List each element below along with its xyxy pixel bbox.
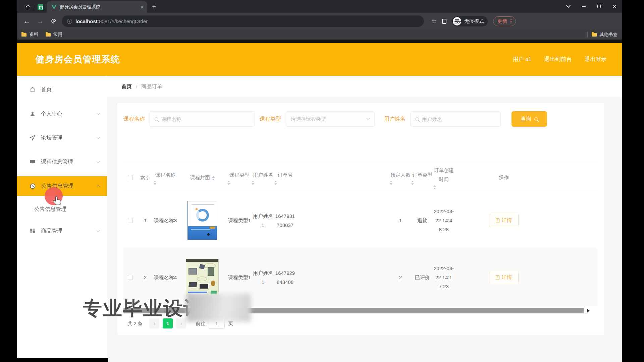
letterbox-bar <box>16 358 108 362</box>
cell-order-no: 1647931708037 <box>274 212 296 230</box>
query-button[interactable]: 查询 <box>512 111 547 127</box>
folder-icon <box>592 33 597 37</box>
course-type-select[interactable]: 请选择课程类型 <box>286 111 375 127</box>
breadcrumb-home[interactable]: 首页 <box>121 83 132 90</box>
user-name-input[interactable] <box>422 116 496 122</box>
browser-menu-icon[interactable] <box>511 19 512 23</box>
sort-icon[interactable] <box>227 181 252 185</box>
chevron-up-icon <box>96 185 100 188</box>
back-button[interactable]: ← <box>21 17 32 25</box>
incognito-label: 无痕模式 <box>464 18 484 24</box>
sort-icon[interactable] <box>274 181 296 185</box>
filter-bar: 课程名称 课程类型 请选择课程类型 用户姓名 <box>123 111 598 127</box>
incognito-icon <box>453 17 461 25</box>
blurred-watermark-patch <box>186 294 251 322</box>
document-icon <box>496 218 499 223</box>
header-people[interactable]: 预定人数 <box>390 170 411 185</box>
header-course-name[interactable]: 课程名称 <box>154 170 177 185</box>
chrome-update-button[interactable]: 更新 <box>493 16 516 26</box>
course-cover-image[interactable] <box>186 259 219 296</box>
cell-course-name: 课程名称4 <box>154 273 177 282</box>
detail-button[interactable]: 详情 <box>489 271 519 284</box>
tab-search-icon[interactable] <box>560 0 576 13</box>
course-name-label: 课程名称 <box>123 116 145 123</box>
header-user-name[interactable]: 用户姓名 <box>252 170 274 185</box>
pinned-tab-globe-icon[interactable] <box>24 4 31 10</box>
site-info-icon[interactable]: i <box>67 19 72 24</box>
select-all-checkbox[interactable] <box>123 175 137 180</box>
cell-index: 2 <box>137 273 154 282</box>
extension-icon[interactable] <box>442 19 446 24</box>
sort-icon[interactable] <box>154 181 177 185</box>
bookmark-star-icon[interactable]: ☆ <box>431 17 437 25</box>
table-header-row: 索引 课程名称 课程封面 课程类型 用户姓名 订单号 预定人数 订单类型 订单创… <box>123 163 598 192</box>
bookmarks-bar: 资料 常用 其他书签 <box>17 29 622 40</box>
header-course-type[interactable]: 课程类型 <box>227 170 252 185</box>
course-cover-image[interactable] <box>187 201 217 240</box>
screen: 健身房会员管理系统 ✕ + ✕ ← → i localhost:8081/#/k… <box>0 0 644 362</box>
cell-order-type: 已评价 <box>411 273 433 282</box>
table-row: 1 课程名称3 课程类型1 用户姓名1 16 <box>123 192 598 249</box>
header-order-type[interactable]: 订单类型 <box>411 170 433 185</box>
course-type-label: 课程类型 <box>260 116 281 123</box>
browser-toolbar: ← → i localhost:8081/#/kechengOrder ☆ 无痕… <box>17 13 622 29</box>
sort-icon[interactable] <box>411 181 433 185</box>
incognito-badge: 无痕模式 <box>452 16 488 26</box>
sidebar-item-home[interactable]: 首页 <box>17 80 107 99</box>
scroll-right-icon[interactable] <box>587 309 590 313</box>
detail-button[interactable]: 详情 <box>489 214 519 227</box>
sort-icon[interactable] <box>252 181 274 185</box>
monitor-icon <box>30 159 36 165</box>
home-icon <box>30 86 36 93</box>
reload-button[interactable] <box>48 19 59 23</box>
row-checkbox[interactable] <box>123 218 137 223</box>
search-icon <box>155 117 158 121</box>
sort-icon[interactable] <box>433 185 454 189</box>
app-header: 健身房会员管理系统 用户 a1 退出到前台 退出登录 <box>17 43 622 76</box>
forward-button[interactable]: → <box>35 17 46 25</box>
pinned-tab-sheets-icon[interactable] <box>38 4 43 10</box>
cell-course-type: 课程类型1 <box>227 273 252 282</box>
cell-people: 2 <box>390 273 411 282</box>
logout-link[interactable]: 退出登录 <box>585 56 607 63</box>
sidebar-item-course[interactable]: 课程信息管理 <box>17 152 107 172</box>
exit-to-front-link[interactable]: 退出到前台 <box>544 56 572 63</box>
cell-course-cover <box>177 201 227 240</box>
new-tab-button[interactable]: + <box>152 3 156 11</box>
restore-button[interactable] <box>591 0 607 13</box>
folder-icon <box>21 33 26 37</box>
close-window-button[interactable]: ✕ <box>607 0 622 13</box>
user-icon <box>30 111 36 117</box>
header-course-cover[interactable]: 课程封面 <box>177 173 227 182</box>
sidebar-item-forum[interactable]: 论坛管理 <box>17 128 107 147</box>
search-icon <box>534 117 538 121</box>
chevron-down-icon <box>96 159 100 163</box>
cell-created: 2022-03-22 14:17:23 <box>433 264 454 291</box>
desktop-background-right <box>622 0 644 362</box>
document-icon <box>496 275 499 280</box>
sort-icon[interactable] <box>212 176 215 180</box>
desktop-background-left <box>0 0 17 362</box>
address-bar[interactable]: i localhost:8081/#/kechengOrder <box>62 15 424 27</box>
tab-title: 健身房会员管理系统 <box>60 4 137 10</box>
cell-index: 1 <box>137 216 154 225</box>
bookmark-folder-ziliao[interactable]: 资料 <box>21 32 38 38</box>
header-order-no[interactable]: 订单号 <box>274 170 296 185</box>
cell-order-type: 退款 <box>411 216 433 225</box>
other-bookmarks-button[interactable]: 其他书签 <box>592 32 618 38</box>
toolbar-right: ☆ 无痕模式 更新 <box>431 16 516 26</box>
chevron-down-icon <box>96 135 100 139</box>
sidebar-item-goods[interactable]: 商品管理 <box>17 221 107 241</box>
row-checkbox[interactable] <box>123 275 137 280</box>
tab-close-icon[interactable]: ✕ <box>140 5 144 10</box>
bookmark-folder-changyong[interactable]: 常用 <box>46 32 62 38</box>
sidebar-item-profile[interactable]: 个人中心 <box>17 104 107 123</box>
search-icon <box>415 117 419 121</box>
active-tab[interactable]: 健身房会员管理系统 ✕ <box>47 1 147 13</box>
course-name-input[interactable] <box>161 116 250 122</box>
header-created[interactable]: 订单创建时间 <box>433 166 454 189</box>
sort-icon[interactable] <box>390 181 411 185</box>
minimize-button[interactable] <box>576 0 591 13</box>
cell-people: 1 <box>390 216 411 225</box>
cell-order-no: 1647929843408 <box>274 268 296 287</box>
